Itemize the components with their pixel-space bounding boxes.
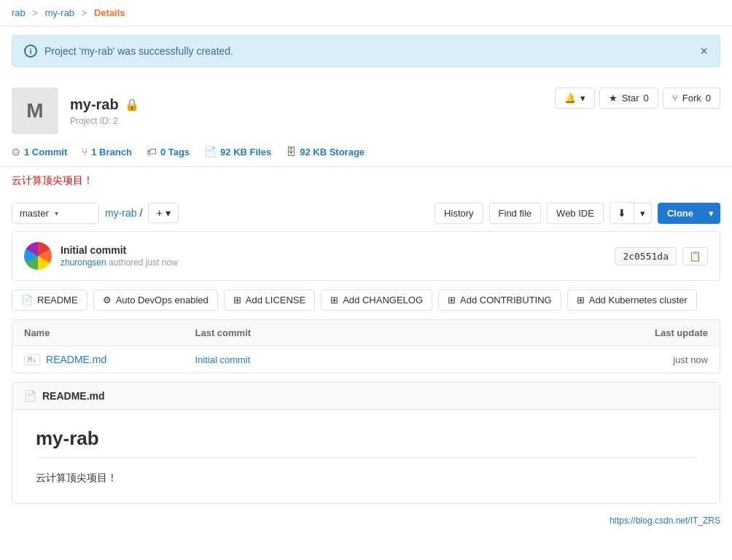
notifications-button[interactable]: 🔔 ▾	[555, 88, 595, 109]
project-id: Project ID: 2	[70, 116, 139, 126]
watermark: https://blog.csdn.net/IT_ZRS	[0, 513, 732, 532]
add-contributing-button[interactable]: ⊞ Add CONTRIBUTING	[438, 289, 561, 311]
add-kubernetes-icon: ⊞	[577, 295, 585, 306]
commit-left: Initial commit zhurongsen authored just …	[24, 242, 178, 270]
add-kubernetes-button[interactable]: ⊞ Add Kubernetes cluster	[567, 289, 697, 311]
stat-tags: 🏷 0 Tags	[147, 146, 190, 158]
download-button[interactable]: ⬇	[610, 202, 634, 224]
file-table-header: Name Last commit Last update	[12, 320, 720, 346]
stat-storage: 🗄 92 KB Storage	[286, 146, 365, 158]
branch-label: master	[20, 208, 49, 219]
add-file-button[interactable]: + ▾	[148, 203, 178, 223]
breadcrumb-rab[interactable]: rab	[12, 7, 26, 18]
add-license-icon: ⊞	[233, 295, 241, 306]
col-name-header: Name	[24, 327, 195, 338]
commit-avatar	[24, 242, 52, 270]
files-size[interactable]: 92 KB Files	[220, 147, 271, 158]
readme-body: 云计算顶尖项目！	[36, 470, 696, 486]
commit-details: Initial commit zhurongsen authored just …	[61, 244, 178, 268]
readme-link-button[interactable]: 📄 README	[12, 289, 87, 311]
breadcrumb: rab > my-rab > Details	[0, 0, 732, 26]
star-button[interactable]: ★ Star 0	[599, 88, 658, 109]
gear-icon: ⚙	[103, 295, 112, 306]
path-breadcrumb: my-rab /	[105, 207, 142, 219]
project-avatar: M	[12, 88, 58, 134]
branch-selector[interactable]: master ▾	[12, 203, 99, 224]
fork-label: Fork	[682, 93, 701, 104]
fork-icon: ⑂	[672, 93, 678, 104]
breadcrumb-current: Details	[94, 7, 125, 18]
clone-dropdown-button[interactable]: ▾	[703, 203, 720, 224]
branch-chevron-icon: ▾	[55, 209, 58, 217]
stat-branches: ⑂ 1 Branch	[82, 146, 132, 158]
info-icon: i	[24, 44, 37, 58]
find-file-button[interactable]: Find file	[489, 203, 542, 224]
file-link[interactable]: README.md	[46, 354, 106, 365]
commit-author-link[interactable]: zhurongsen	[61, 257, 106, 268]
commit-right: 2c0551da 📋	[615, 247, 708, 265]
alert-close-button[interactable]: ×	[700, 44, 708, 58]
clone-button-group: Clone ▾	[658, 203, 720, 224]
commit-meta: zhurongsen authored just now	[61, 257, 178, 268]
readme-title: my-rab	[36, 427, 696, 458]
stat-files: 📄 92 KB Files	[204, 146, 271, 158]
add-license-button[interactable]: ⊞ Add LICENSE	[224, 289, 315, 311]
chevron-down-icon: ▾	[580, 93, 585, 104]
breadcrumb-my-rab[interactable]: my-rab	[45, 7, 74, 18]
alert-message: Project 'my-rab' was successfully create…	[44, 45, 233, 57]
star-icon: ★	[609, 93, 618, 104]
add-kubernetes-label: Add Kubernetes cluster	[589, 295, 688, 306]
project-name-block: my-rab 🔒 Project ID: 2	[70, 96, 139, 126]
last-commit-cell: Initial commit	[195, 354, 537, 365]
alert-content: i Project 'my-rab' was successfully crea…	[24, 44, 233, 58]
project-name: my-rab	[70, 96, 119, 113]
commit-time: just now	[146, 257, 178, 268]
project-title: my-rab 🔒	[70, 96, 139, 113]
fork-count: 0	[706, 93, 711, 104]
download-dropdown-button[interactable]: ▾	[634, 203, 652, 224]
project-info: M my-rab 🔒 Project ID: 2	[12, 88, 139, 134]
tags-count[interactable]: 0 Tags	[160, 147, 190, 158]
star-label: Star	[622, 93, 639, 104]
stats-bar: ⊙ 1 Commit ⑂ 1 Branch 🏷 0 Tags 📄 92 KB F…	[0, 140, 732, 167]
auto-devops-button[interactable]: ⚙ Auto DevOps enabled	[93, 289, 218, 311]
add-contributing-icon: ⊞	[448, 295, 456, 306]
storage-size[interactable]: 92 KB Storage	[300, 147, 365, 158]
fork-button[interactable]: ⑂ Fork 0	[663, 88, 720, 109]
storage-icon: 🗄	[286, 146, 296, 158]
project-description: 云计算顶尖项目！	[0, 167, 732, 195]
star-count: 0	[644, 93, 649, 104]
file-type-badge: M↓	[24, 354, 40, 365]
auto-devops-label: Auto DevOps enabled	[116, 295, 209, 306]
clone-button[interactable]: Clone	[658, 203, 703, 224]
history-button[interactable]: History	[435, 203, 483, 224]
lock-icon: 🔒	[125, 98, 139, 112]
tag-icon: 🏷	[147, 146, 157, 158]
project-actions: 🔔 ▾ ★ Star 0 ⑂ Fork 0	[555, 88, 720, 109]
readme-header-title: README.md	[42, 390, 105, 402]
readme-link-icon: 📄	[21, 295, 33, 306]
add-changelog-button[interactable]: ⊞ Add CHANGELOG	[321, 289, 432, 311]
copy-sha-button[interactable]: 📋	[682, 247, 708, 265]
branch-icon: ⑂	[82, 146, 87, 158]
file-table: Name Last commit Last update M↓ README.m…	[12, 319, 720, 373]
commits-count[interactable]: 1 Commit	[24, 147, 67, 158]
file-toolbar: master ▾ my-rab / + ▾ History Find file …	[0, 195, 732, 231]
breadcrumb-sep-1: >	[32, 7, 38, 18]
add-changelog-label: Add CHANGELOG	[343, 295, 423, 306]
readme-header: 📄 README.md	[12, 383, 720, 410]
branches-count[interactable]: 1 Branch	[91, 147, 132, 158]
readme-block: 📄 README.md my-rab 云计算顶尖项目！	[12, 382, 720, 504]
add-license-label: Add LICENSE	[246, 295, 305, 306]
path-root-link[interactable]: my-rab	[105, 207, 137, 219]
breadcrumb-sep-2: >	[82, 7, 87, 18]
col-commit-header: Last commit	[195, 327, 537, 338]
file-name-cell: M↓ README.md	[24, 354, 195, 365]
commit-title: Initial commit	[61, 244, 178, 256]
readme-header-icon: 📄	[24, 390, 36, 402]
web-ide-button[interactable]: Web IDE	[547, 203, 604, 224]
toolbar-right-actions: History Find file Web IDE ⬇ ▾ Clone ▾	[435, 202, 720, 224]
last-commit-link[interactable]: Initial commit	[195, 354, 251, 365]
add-chevron-icon: ▾	[166, 207, 171, 219]
commit-sha: 2c0551da	[615, 247, 677, 265]
